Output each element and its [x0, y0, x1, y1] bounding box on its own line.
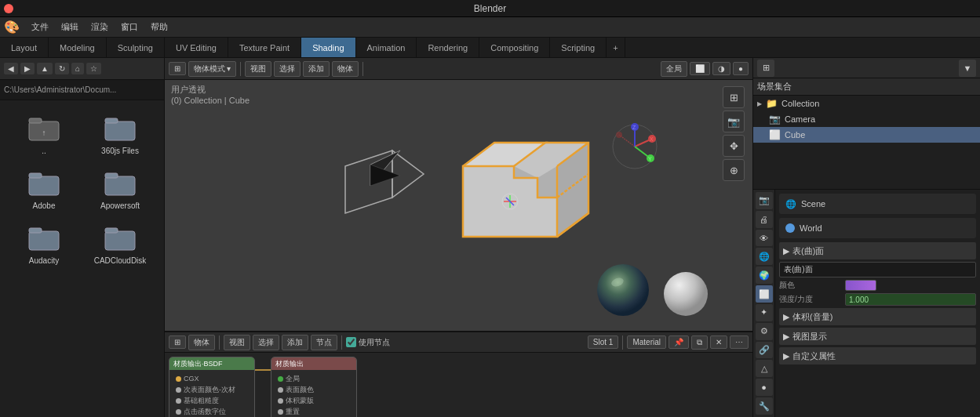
outliner-icon[interactable]: ⊞ — [757, 60, 774, 77]
color-picker[interactable] — [845, 280, 876, 291]
surface-value-field[interactable]: 表(曲)面 — [779, 262, 976, 277]
slot-dropdown[interactable]: Slot 1 — [588, 335, 619, 349]
props-world-row[interactable]: World — [779, 218, 976, 238]
tab-layout[interactable]: Layout — [0, 38, 49, 57]
props-icon-constraints[interactable]: 🔗 — [756, 342, 773, 359]
props-icon-output[interactable]: 🖨 — [756, 211, 773, 228]
ne-add-menu[interactable]: 添加 — [282, 335, 308, 350]
object-mode-dropdown[interactable]: 物体模式 ▾ — [188, 61, 236, 77]
props-icon-render[interactable]: 📷 — [756, 192, 773, 209]
blender-logo-icon[interactable]: 🎨 — [4, 20, 20, 34]
select-menu[interactable]: 选择 — [274, 61, 301, 77]
menu-file[interactable]: 文件 — [26, 20, 54, 34]
view-menu[interactable]: 视图 — [245, 61, 271, 77]
nav-refresh-button[interactable]: ↻ — [55, 63, 69, 74]
add-menu[interactable]: 添加 — [303, 61, 330, 77]
use-nodes-toggle[interactable]: 使用节点 — [346, 337, 390, 348]
move-button[interactable]: ✥ — [723, 135, 745, 157]
node-material-output[interactable]: 材质输出 全局 表面颜色 体积蒙版 — [271, 357, 357, 417]
nav-home-button[interactable]: ⌂ — [71, 63, 84, 74]
props-icon-particles[interactable]: ✦ — [756, 304, 773, 321]
tab-sculpting[interactable]: Sculpting — [107, 38, 165, 57]
tab-texture-paint[interactable]: Texture Paint — [228, 38, 301, 57]
nodeeditor-canvas[interactable]: 材质输出·BSDF CGX 次表面颜色-次材 基础粗 — [165, 353, 752, 417]
overlay-dropdown[interactable]: 全局 — [661, 61, 687, 77]
nav-back-button[interactable]: ◀ — [4, 63, 18, 74]
props-icon-material[interactable]: ● — [756, 379, 773, 396]
tab-modeling[interactable]: Modeling — [49, 38, 107, 57]
props-icon-scene[interactable]: 🌐 — [756, 248, 773, 265]
node-principled-bsdf[interactable]: 材质输出·BSDF CGX 次表面颜色-次材 基础粗 — [169, 357, 255, 417]
view-section-header[interactable]: ▶ 视图显示 — [779, 328, 976, 345]
file-item-audacity[interactable]: Audacity — [8, 218, 80, 269]
camera-view-button[interactable]: 📷 — [723, 111, 745, 132]
menu-render[interactable]: 渲染 — [86, 20, 114, 34]
ne-copy-button[interactable]: ⧉ — [691, 335, 708, 350]
menu-help[interactable]: 帮助 — [145, 20, 173, 34]
viewport-shading-3[interactable]: ● — [733, 62, 749, 75]
outliner-item-camera[interactable]: 📷 Camera — [753, 111, 980, 127]
grid-view-button[interactable]: ⊞ — [723, 86, 745, 108]
viewport-shading-2[interactable]: ◑ — [712, 62, 730, 75]
props-icon-data[interactable]: △ — [756, 360, 773, 377]
ne-more-button[interactable]: ⋯ — [730, 335, 749, 349]
ne-object-dropdown[interactable]: 物体 — [188, 335, 215, 350]
tab-scripting[interactable]: Scripting — [550, 38, 607, 57]
ne-mode-icon[interactable]: ⊞ — [169, 335, 186, 349]
props-icon-physics[interactable]: ⚙ — [756, 323, 773, 340]
tab-animation[interactable]: Animation — [356, 38, 417, 57]
node-row-reset: 重置 — [275, 406, 352, 417]
ne-delete-button[interactable]: ✕ — [710, 335, 727, 349]
axis-gizmo[interactable]: X Z Y — [611, 123, 658, 170]
outliner-item-collection[interactable]: ▶ 📁 Collection — [753, 96, 980, 111]
tab-add[interactable]: + — [607, 38, 625, 57]
props-scene-icon: 🌐 — [785, 199, 796, 209]
file-label-audacity: Audacity — [29, 256, 59, 265]
camera-object[interactable] — [322, 143, 432, 238]
zoom-button[interactable]: ⊕ — [723, 159, 745, 181]
nav-up-button[interactable]: ▲ — [37, 63, 53, 74]
tab-compositing[interactable]: Compositing — [479, 38, 550, 57]
props-scene-row[interactable]: 🌐 Scene — [779, 194, 976, 214]
props-icon-view[interactable]: 👁 — [756, 230, 773, 247]
strength-label: 强度/力度 — [779, 294, 842, 305]
outliner-item-cube[interactable]: ⬜ Cube — [753, 127, 980, 143]
menu-edit[interactable]: 编辑 — [56, 20, 84, 34]
tab-rendering[interactable]: Rendering — [417, 38, 479, 57]
surface-section-header[interactable]: ▶ 表(曲)面 — [779, 242, 976, 259]
ne-pin-button[interactable]: 📌 — [669, 335, 689, 349]
viewport-shading-1[interactable]: ⬜ — [690, 62, 710, 75]
file-item-adobe[interactable]: Adobe — [8, 163, 80, 214]
tab-uv-editing[interactable]: UV Editing — [165, 38, 228, 57]
viewport-mode-icon[interactable]: ⊞ — [169, 62, 186, 75]
props-icon-world[interactable]: 🌍 — [756, 267, 773, 284]
custom-props-section-header[interactable]: ▶ 自定义属性 — [779, 347, 976, 364]
cube-object[interactable] — [447, 127, 604, 285]
use-nodes-checkbox[interactable] — [346, 337, 356, 347]
node-output-header: 材质输出 — [271, 357, 356, 370]
strength-field[interactable]: 1.000 — [845, 293, 976, 306]
viewport-3d[interactable]: 用户透视 (0) Collection | Cube ⊞ 📷 ✥ ⊕ X — [165, 80, 752, 331]
file-item-apowersoft[interactable]: Apowersoft — [84, 163, 156, 214]
nav-forward-button[interactable]: ▶ — [20, 63, 35, 74]
surface-section-triangle: ▶ — [783, 246, 789, 256]
object-menu[interactable]: 物体 — [332, 61, 359, 77]
tab-shading[interactable]: Shading — [301, 38, 355, 57]
menu-window[interactable]: 窗口 — [115, 20, 144, 34]
ne-view-menu[interactable]: 视图 — [224, 335, 250, 350]
file-item-parent[interactable]: ↑ .. — [8, 108, 80, 159]
folder-icon-adobe — [25, 167, 63, 198]
props-icon-object[interactable]: ⬜ — [756, 285, 773, 303]
node-dot-fn — [176, 409, 181, 415]
ne-select-menu[interactable]: 选择 — [253, 335, 279, 350]
props-icon-modifiers[interactable]: 🔧 — [756, 397, 773, 415]
file-item-cadcloud[interactable]: CADCloudDisk — [84, 218, 156, 269]
nav-bookmark-button[interactable]: ☆ — [86, 63, 101, 74]
svg-rect-1 — [29, 118, 42, 123]
close-button[interactable] — [4, 4, 13, 13]
file-item-360js[interactable]: 360js Files — [84, 108, 156, 159]
filter-icon[interactable]: ▼ — [959, 60, 976, 77]
ne-node-menu[interactable]: 节点 — [311, 335, 337, 350]
volume-section-header[interactable]: ▶ 体积(音量) — [779, 308, 976, 325]
material-dropdown[interactable]: Material — [627, 335, 666, 349]
